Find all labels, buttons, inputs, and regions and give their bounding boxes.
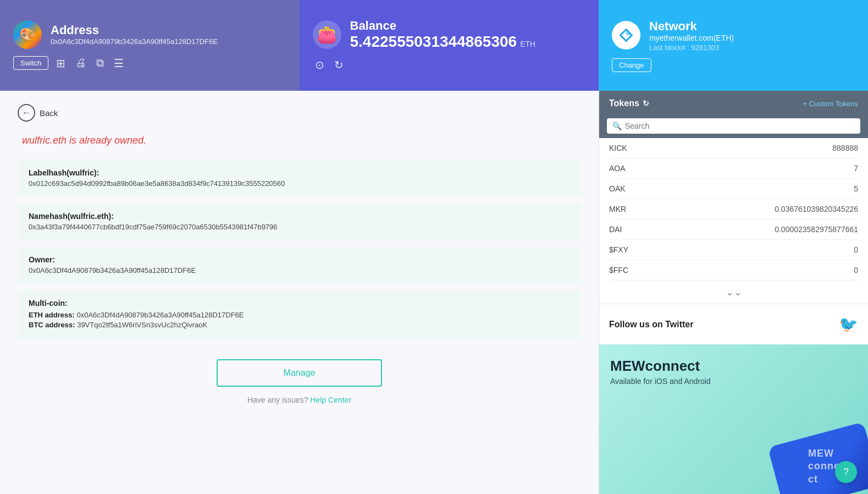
help-section: Have any issues? Help Center bbox=[18, 396, 581, 404]
refresh-icon[interactable]: ↻ bbox=[332, 57, 346, 73]
namehash-label: Namehash(wulfric.eth): bbox=[29, 212, 570, 221]
owner-value: 0x0A6c3Df4dA90879b3426a3A90ff45a128D17DF… bbox=[29, 266, 570, 275]
multicoin-eth-label: ETH address: bbox=[29, 311, 75, 319]
network-block: Last block# : 9281303 bbox=[649, 43, 734, 52]
more-icon[interactable]: ⊙ bbox=[313, 57, 327, 73]
search-box: 🔍 bbox=[599, 114, 868, 138]
twitter-section: Follow us on Twitter 🐦 bbox=[599, 304, 868, 344]
show-more-button[interactable]: ⌄⌄ bbox=[599, 281, 868, 304]
balance-icon: 👛 bbox=[313, 20, 341, 49]
balance-value: 5.422555031344865306 bbox=[350, 33, 517, 51]
multicoin-eth-value: 0x0A6c3Df4dA90879b3426a3A90ff45a128D17DF… bbox=[76, 311, 244, 319]
token-name: DAI bbox=[609, 225, 622, 234]
search-wrapper: 🔍 bbox=[607, 118, 860, 134]
token-name: AOA bbox=[609, 164, 626, 173]
namehash-value: 0x3a43f3a79f4440677cb6bdf19cdf75ae759f69… bbox=[29, 223, 570, 231]
labelhash-value: 0x012c693ac5d94d0992fba89b06ae3e5a8638a3… bbox=[29, 179, 570, 188]
back-label: Back bbox=[40, 108, 58, 118]
back-button[interactable]: ← Back bbox=[18, 104, 58, 122]
network-icon bbox=[612, 21, 640, 50]
multicoin-card: Multi-coin: ETH address: 0x0A6c3Df4dA908… bbox=[18, 290, 581, 339]
twitter-text: Follow us on Twitter bbox=[609, 320, 693, 330]
search-icon: 🔍 bbox=[612, 122, 622, 130]
token-name: OAK bbox=[609, 184, 626, 193]
labelhash-card: Labelhash(wulfric): 0x012c693ac5d94d0992… bbox=[18, 160, 581, 196]
help-center-link[interactable]: Help Center bbox=[310, 396, 351, 404]
token-row: DAI 0.000023582975877661 bbox=[609, 219, 858, 240]
namehash-card: Namehash(wulfric.eth): 0x3a43f3a79f44406… bbox=[18, 203, 581, 240]
manage-section: Manage Have any issues? Help Center bbox=[18, 359, 581, 404]
token-name: MKR bbox=[609, 205, 626, 213]
token-name: $FFC bbox=[609, 266, 628, 275]
token-value: 0 bbox=[854, 266, 858, 275]
network-title: Network bbox=[649, 19, 734, 34]
print-icon[interactable]: 🖨 bbox=[73, 56, 89, 70]
address-card: 🎨 Address 0x0A6c3Df4dA90879b3426a3A90ff4… bbox=[0, 0, 300, 91]
custom-tokens-link[interactable]: + Custom Tokens bbox=[803, 100, 858, 108]
balance-card: 👛 Balance 5.422555031344865306 ETH ⊙ ↻ bbox=[300, 0, 599, 91]
token-value: 0.000023582975877661 bbox=[775, 225, 858, 234]
balance-top: 👛 Balance 5.422555031344865306 ETH bbox=[313, 19, 586, 51]
twitter-icon[interactable]: 🐦 bbox=[839, 315, 858, 333]
switch-button[interactable]: Switch bbox=[13, 56, 48, 70]
main-layout: ← Back wulfric.eth is already owned. Lab… bbox=[0, 91, 868, 494]
token-row: AOA 7 bbox=[609, 158, 858, 179]
multicoin-eth-row: ETH address: 0x0A6c3Df4dA90879b3426a3A90… bbox=[29, 311, 570, 319]
address-avatar: 🎨 bbox=[13, 20, 42, 49]
network-name: myetherwallet.com(ETH) bbox=[649, 34, 734, 42]
token-name: $FXY bbox=[609, 245, 628, 254]
token-value: 0.03676103982034522​6 bbox=[775, 205, 858, 213]
header: 🎨 Address 0x0A6c3Df4dA90879b3426a3A90ff4… bbox=[0, 0, 868, 91]
search-input[interactable] bbox=[625, 122, 855, 130]
manage-button[interactable]: Manage bbox=[217, 359, 383, 387]
tokens-label: Tokens bbox=[609, 98, 639, 108]
token-row: OAK 5 bbox=[609, 179, 858, 199]
multicoin-label: Multi-coin: bbox=[29, 299, 570, 308]
token-row: $FFC 0 bbox=[609, 260, 858, 281]
labelhash-label: Labelhash(wulfric): bbox=[29, 168, 570, 177]
multicoin-btc-value: 39VTqo2tf5a1W6riVSn3svUc2hzQivraoK bbox=[77, 321, 207, 329]
address-value: 0x0A6c3Df4dA90879b3426a3A90ff45a128D17DF… bbox=[51, 37, 218, 46]
multicoin-btc-label: BTC address: bbox=[29, 321, 75, 329]
address-top: 🎨 Address 0x0A6c3Df4dA90879b3426a3A90ff4… bbox=[13, 20, 286, 49]
mewconnect-phone-text: MEWconnect bbox=[808, 447, 840, 486]
balance-title: Balance bbox=[350, 19, 536, 33]
token-name: KICK bbox=[609, 144, 627, 152]
network-actions: Change bbox=[612, 58, 855, 72]
address-title: Address bbox=[51, 23, 218, 37]
info-icon[interactable]: ☰ bbox=[112, 56, 126, 71]
back-arrow-icon: ← bbox=[18, 104, 35, 122]
right-panel: Tokens ↻ + Custom Tokens 🔍 KICK 888888 A… bbox=[599, 91, 868, 494]
multicoin-btc-row: BTC address: 39VTqo2tf5a1W6riVSn3svUc2hz… bbox=[29, 321, 570, 329]
address-actions: Switch ⊞ 🖨 ⧉ ☰ bbox=[13, 56, 286, 71]
token-row: MKR 0.03676103982034522​6 bbox=[609, 199, 858, 219]
balance-info: Balance 5.422555031344865306 ETH bbox=[350, 19, 536, 51]
mewconnect-title: MEWconnect bbox=[610, 358, 857, 375]
token-value: 0 bbox=[854, 245, 858, 254]
qr-icon[interactable]: ⊞ bbox=[54, 56, 68, 71]
copy-icon[interactable]: ⧉ bbox=[94, 56, 106, 70]
network-top: Network myetherwallet.com(ETH) Last bloc… bbox=[612, 19, 855, 52]
tokens-refresh-icon[interactable]: ↻ bbox=[643, 99, 649, 108]
balance-currency: ETH bbox=[520, 40, 535, 48]
error-message: wulfric.eth is already owned. bbox=[22, 135, 581, 146]
owner-card: Owner: 0x0A6c3Df4dA90879b3426a3A90ff45a1… bbox=[18, 246, 581, 283]
token-row: $FXY 0 bbox=[609, 240, 858, 260]
mewconnect-subtitle: Available for iOS and Android bbox=[610, 377, 857, 386]
mewconnect-phone-graphic: MEWconnect bbox=[768, 422, 868, 494]
tokens-title: Tokens ↻ bbox=[609, 98, 649, 108]
token-value: 5 bbox=[854, 184, 858, 193]
token-value: 888888 bbox=[832, 144, 858, 152]
token-value: 7 bbox=[854, 164, 858, 173]
mewconnect-section: MEWconnect Available for iOS and Android… bbox=[599, 344, 868, 494]
token-row: KICK 888888 bbox=[609, 138, 858, 158]
left-panel: ← Back wulfric.eth is already owned. Lab… bbox=[0, 91, 599, 494]
balance-actions: ⊙ ↻ bbox=[313, 57, 586, 73]
help-float-button[interactable]: ? bbox=[835, 461, 857, 483]
owner-label: Owner: bbox=[29, 255, 570, 264]
network-card: Network myetherwallet.com(ETH) Last bloc… bbox=[599, 0, 868, 91]
change-network-button[interactable]: Change bbox=[612, 58, 651, 72]
tokens-header: Tokens ↻ + Custom Tokens bbox=[599, 91, 868, 114]
address-info: Address 0x0A6c3Df4dA90879b3426a3A90ff45a… bbox=[51, 23, 218, 46]
tokens-list: KICK 888888 AOA 7 OAK 5 MKR 0.0367610398… bbox=[599, 138, 868, 281]
